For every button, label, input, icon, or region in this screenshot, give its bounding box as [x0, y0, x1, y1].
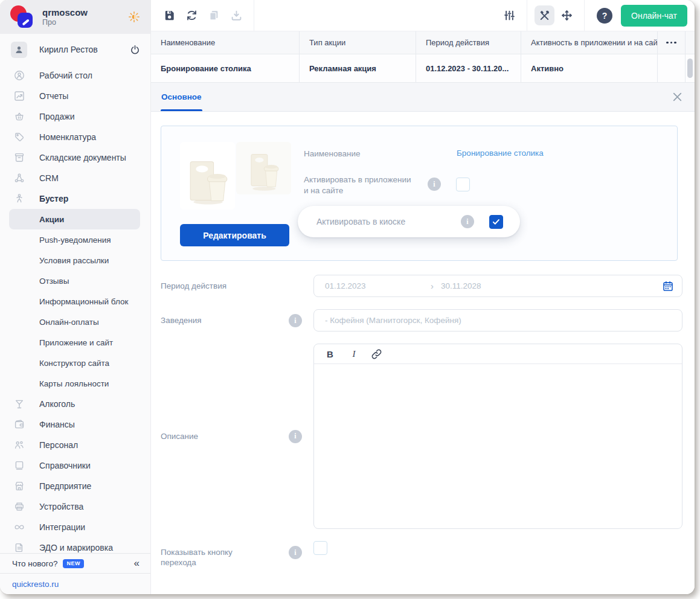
link-icon[interactable] [370, 348, 383, 360]
show-button-row: Показывать кнопку перехода [161, 541, 682, 568]
edo-icon [13, 542, 25, 553]
reports-icon [13, 90, 25, 102]
column-header-activity[interactable]: Активность в приложении и на сайте [521, 31, 657, 54]
new-badge: NEW [63, 559, 84, 568]
column-header-type[interactable]: Тип акции [299, 31, 416, 54]
row-type-cell[interactable]: Рекламная акция [299, 54, 416, 82]
promo-image-thumbnail[interactable] [236, 142, 291, 194]
venues-input[interactable] [313, 309, 682, 332]
sidebar-item-mailing-terms[interactable]: Условия рассылки [0, 250, 150, 271]
info-icon[interactable] [428, 178, 441, 191]
sidebar-item-booster[interactable]: Бустер [0, 188, 150, 209]
description-textarea[interactable] [314, 364, 682, 528]
row-status-cell[interactable]: Активно [521, 54, 657, 82]
sidebar-item-directories[interactable]: Справочники [0, 455, 150, 476]
promotions-table-header: Наименование Тип акции Период действия А… [151, 31, 695, 54]
calendar-icon[interactable] [661, 280, 675, 293]
finance-icon [13, 418, 25, 431]
activate-kiosk-checkbox[interactable] [489, 215, 503, 229]
sidebar-item-promotions[interactable]: Акции [9, 209, 140, 229]
close-panel-icon[interactable] [670, 91, 684, 104]
row-name-cell[interactable]: Бронирование столика [151, 54, 299, 82]
sales-icon [13, 111, 25, 123]
sidebar-item-sales[interactable]: Продажи [0, 106, 150, 127]
sidebar-item-crm[interactable]: CRM [0, 168, 150, 188]
venues-row: Заведения [161, 309, 682, 332]
quickresto-logo [10, 5, 34, 29]
promotion-table-row[interactable]: Бронирование столика Рекламная акция 01.… [151, 54, 695, 83]
whats-new-row[interactable]: Что нового? NEW « [0, 554, 150, 573]
sidebar-item-enterprise[interactable]: Предприятие [0, 476, 150, 496]
sidebar-item-staff[interactable]: Персонал [0, 435, 150, 455]
help-button[interactable]: ? [597, 8, 612, 24]
activate-kiosk-label: Активировать в киоске [316, 217, 461, 226]
period-start-value[interactable]: 01.12.2023 [325, 281, 431, 290]
sidebar-item-devices[interactable]: Устройства [0, 496, 150, 517]
sidebar-item-info-block[interactable]: Информационный блок [0, 291, 150, 312]
online-chat-button[interactable]: Онлайн-чат [621, 5, 687, 27]
info-icon[interactable] [289, 430, 302, 443]
edit-button[interactable]: Редактировать [180, 224, 289, 246]
sidebar-item-dashboard[interactable]: Рабочий стол [0, 65, 150, 86]
save-button[interactable] [159, 5, 179, 25]
info-icon[interactable] [461, 215, 474, 228]
bold-icon[interactable]: B [327, 349, 336, 359]
promo-image-thumbnail[interactable] [180, 142, 235, 210]
sidebar-menu: Рабочий стол Отчеты Продажи Номенклатура… [0, 63, 150, 553]
sidebar-item-push-notifications[interactable]: Push-уведомления [0, 229, 150, 250]
theme-brightness-icon[interactable] [127, 10, 141, 24]
workspace-header: qrmoscow Про [0, 0, 150, 34]
row-more-cell [657, 54, 685, 82]
info-icon[interactable] [289, 314, 302, 327]
period-input[interactable]: 01.12.2023 › 30.11.2028 [313, 275, 682, 297]
column-settings-button[interactable] [499, 5, 519, 25]
info-icon[interactable] [289, 546, 302, 559]
copy-button[interactable] [204, 5, 224, 25]
logout-icon[interactable] [129, 44, 141, 56]
editor-content: Редактировать Наименование Бронирование … [151, 112, 695, 594]
sidebar-item-integrations[interactable]: Интеграции [0, 517, 150, 537]
period-row: Период действия 01.12.2023 › 30.11.2028 [161, 275, 682, 297]
table-columns-menu[interactable] [657, 31, 685, 54]
promo-name-link[interactable]: Бронирование столика [457, 149, 544, 158]
column-header-name[interactable]: Наименование [151, 31, 299, 54]
sidebar-item-online-payments[interactable]: Онлайн-оплаты [0, 312, 150, 332]
collapse-sidebar-icon[interactable]: « [134, 557, 140, 569]
warehouse-icon [13, 152, 25, 164]
sidebar-item-finance[interactable]: Финансы [0, 414, 150, 435]
more-options-icon [666, 42, 676, 44]
editor-toolbar: B I [314, 344, 682, 364]
download-button[interactable] [226, 5, 246, 25]
user-row[interactable]: Кирилл Рестов [0, 36, 150, 63]
editor-tab-bar: Основное [151, 83, 695, 112]
user-name: Кирилл Рестов [39, 45, 129, 54]
sidebar-item-loyalty-cards[interactable]: Карты лояльности [0, 373, 150, 394]
sidebar-item-site-builder[interactable]: Конструктор сайта [0, 353, 150, 373]
refresh-button[interactable] [182, 5, 202, 25]
sidebar-item-edo[interactable]: ЭДО и маркировка [0, 537, 150, 553]
sidebar-item-alcohol[interactable]: Алкоголь [0, 394, 150, 414]
sidebar-item-reports[interactable]: Отчеты [0, 86, 150, 106]
column-header-period[interactable]: Период действия [416, 31, 521, 54]
tab-main[interactable]: Основное [161, 83, 202, 111]
quickresto-site-link[interactable]: quickresto.ru [12, 580, 59, 589]
move-button[interactable] [557, 5, 577, 25]
period-end-value[interactable]: 30.11.2028 [441, 281, 481, 290]
show-button-label: Показывать кнопку перехода [161, 541, 289, 568]
row-period-cell[interactable]: 01.12.2023 - 30.11.20... [416, 54, 521, 82]
activate-app-checkbox[interactable] [456, 178, 470, 191]
sidebar-item-nomenclature[interactable]: Номенклатура [0, 127, 150, 147]
sidebar: qrmoscow Про Кирилл Ресто [0, 0, 151, 594]
sidebar-item-warehouse-docs[interactable]: Складские документы [0, 147, 150, 168]
whats-new-label: Что нового? [12, 559, 57, 568]
italic-icon[interactable]: I [350, 349, 358, 359]
directories-icon [13, 460, 25, 472]
sidebar-item-reviews[interactable]: Отзывы [0, 271, 150, 291]
tools-button[interactable] [535, 5, 554, 25]
nomenclature-icon [13, 131, 25, 143]
show-button-checkbox[interactable] [313, 541, 327, 555]
sidebar-item-app-and-site[interactable]: Приложение и сайт [0, 332, 150, 353]
main-area: ? Онлайн-чат Наименование Тип акции Пери… [151, 0, 695, 594]
chevron-right-icon: › [431, 281, 434, 291]
scrollbar-thumb[interactable] [687, 59, 693, 78]
